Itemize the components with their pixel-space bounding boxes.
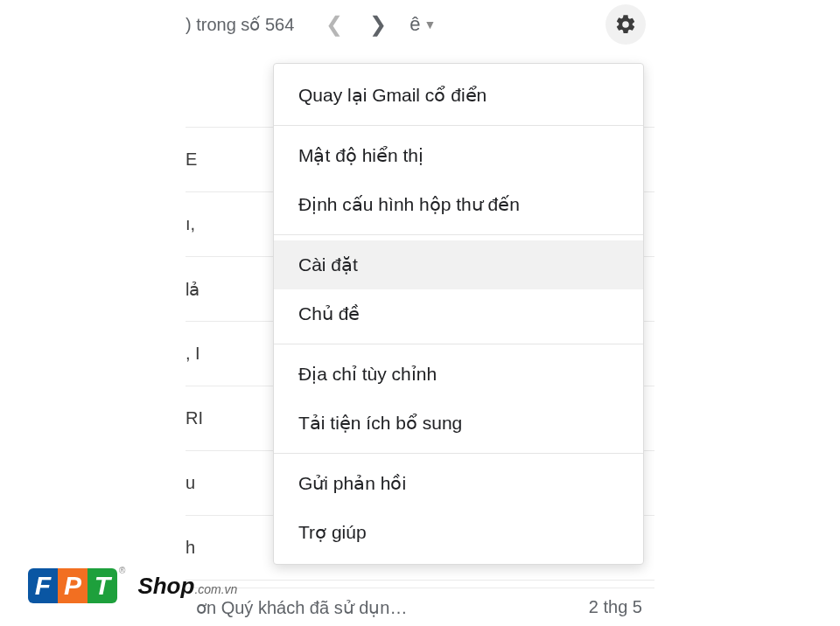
caret-down-icon: ▼: [424, 17, 437, 31]
menu-divider: [274, 234, 643, 235]
menu-item-settings[interactable]: Cài đặt: [274, 240, 643, 289]
fpt-logo: F P T: [28, 568, 117, 603]
input-tool-label: ê: [410, 13, 420, 36]
mail-date: 2 thg 5: [589, 597, 642, 617]
menu-divider: [274, 125, 643, 126]
settings-gear-button[interactable]: [606, 4, 646, 45]
menu-item-custom-address[interactable]: Địa chỉ tùy chỉnh: [274, 350, 643, 399]
input-tool-button[interactable]: ê ▼: [404, 13, 441, 36]
menu-divider: [274, 344, 643, 344]
chevron-right-icon: ❯: [369, 12, 387, 37]
prev-page-button[interactable]: ❮: [317, 7, 352, 42]
menu-divider: [274, 453, 643, 454]
app-frame: ) trong số 564 ❮ ❯ ê ▼ E ı, lả , I RI u …: [186, 0, 654, 626]
menu-item-themes[interactable]: Chủ đề: [274, 289, 643, 338]
page-counter: ) trong số 564: [186, 14, 294, 35]
brand-text: Shop.com.vn: [137, 573, 237, 600]
toolbar: ) trong số 564 ❮ ❯ ê ▼: [186, 0, 654, 49]
menu-item-display-density[interactable]: Mật độ hiển thị: [274, 131, 643, 180]
menu-item-send-feedback[interactable]: Gửi phản hồi: [274, 459, 643, 508]
list-item-partial[interactable]: ơn Quý khách đã sử dụn… 2 thg 5: [186, 588, 654, 626]
registered-mark: ®: [119, 566, 125, 575]
chevron-left-icon: ❮: [326, 12, 343, 37]
menu-item-help[interactable]: Trợ giúp: [274, 508, 643, 557]
menu-item-classic-gmail[interactable]: Quay lại Gmail cổ điển: [274, 71, 643, 120]
next-page-button[interactable]: ❯: [360, 7, 396, 42]
fptshop-watermark: F P T ® Shop.com.vn: [28, 568, 237, 603]
menu-item-configure-inbox[interactable]: Định cấu hình hộp thư đến: [274, 180, 643, 229]
settings-menu: Quay lại Gmail cổ điển Mật độ hiển thị Đ…: [273, 63, 644, 565]
menu-item-get-addons[interactable]: Tải tiện ích bổ sung: [274, 399, 643, 448]
gear-icon: [614, 13, 637, 36]
